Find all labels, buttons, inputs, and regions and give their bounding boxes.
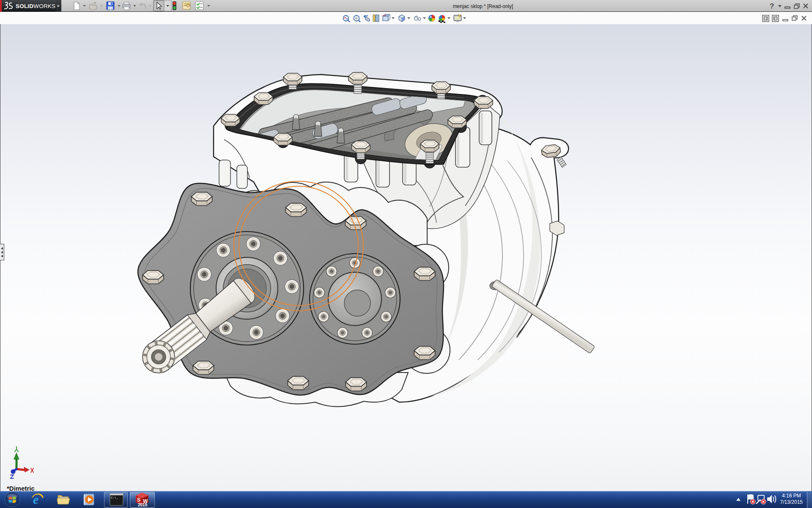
svg-text:S: S (137, 497, 140, 503)
svg-text:2015: 2015 (138, 502, 148, 507)
svg-text:C:\_: C:\_ (111, 496, 118, 500)
svg-text:?: ? (770, 2, 774, 10)
